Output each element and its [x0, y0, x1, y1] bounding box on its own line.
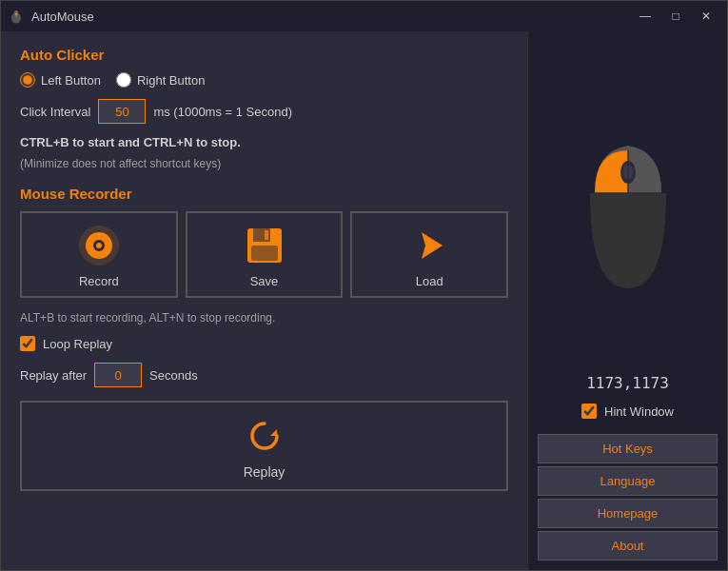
- right-button-label[interactable]: Right Button: [116, 72, 206, 88]
- auto-clicker-title: Auto Clicker: [20, 47, 508, 63]
- replay-seconds-label: Seconds: [149, 368, 198, 383]
- replay-after-label: Replay after: [20, 368, 87, 383]
- svg-point-3: [15, 13, 18, 15]
- about-btn[interactable]: About: [538, 531, 718, 561]
- svg-marker-12: [270, 429, 277, 436]
- title-bar-left: AutoMouse: [9, 9, 94, 24]
- app-icon: [9, 9, 24, 24]
- loop-label[interactable]: Loop Replay: [43, 337, 112, 351]
- content-area: Auto Clicker Left Button Right Button Cl…: [1, 31, 727, 570]
- right-button-radio[interactable]: [116, 72, 131, 88]
- shortcut-text: CTRL+B to start and CTRL+N to stop.: [20, 135, 508, 149]
- record-icon: [76, 223, 122, 268]
- loop-replay-checkbox[interactable]: [20, 336, 35, 351]
- sidebar-buttons: Hot Keys Language Homepage About: [538, 434, 718, 561]
- left-button-radio[interactable]: [20, 72, 35, 88]
- recorder-buttons-row: Record Save: [20, 211, 508, 298]
- window-title: AutoMouse: [31, 10, 94, 24]
- record-button[interactable]: Record: [20, 211, 178, 298]
- maximize-button[interactable]: □: [662, 6, 689, 27]
- hint-window-row: Hint Window: [538, 404, 718, 419]
- button-type-group: Left Button Right Button: [20, 72, 508, 88]
- mouse-svg: [566, 127, 690, 298]
- mouse-recorder-title: Mouse Recorder: [20, 186, 508, 202]
- svg-point-7: [96, 243, 102, 248]
- left-button-label[interactable]: Left Button: [20, 72, 101, 88]
- language-btn[interactable]: Language: [538, 466, 718, 496]
- recording-note: ALT+B to start recording, ALT+N to stop …: [20, 309, 508, 326]
- right-panel: 1173,1173 Hint Window Hot Keys Language …: [527, 31, 727, 570]
- replay-after-input[interactable]: [94, 363, 142, 387]
- minimize-hint: (Minimize does not affect shortcut keys): [20, 157, 508, 170]
- interval-row: Click Interval ms (1000ms = 1 Second): [20, 99, 508, 124]
- left-panel: Auto Clicker Left Button Right Button Cl…: [1, 31, 527, 570]
- hint-window-checkbox[interactable]: [581, 404, 597, 419]
- replay-icon: [246, 416, 284, 457]
- close-button[interactable]: ✕: [693, 6, 719, 27]
- hint-window-label: Hint Window: [604, 404, 674, 419]
- replay-button[interactable]: Replay: [20, 401, 508, 491]
- interval-unit: ms (1000ms = 1 Second): [153, 105, 292, 119]
- interval-input[interactable]: [98, 99, 146, 124]
- load-button[interactable]: Load: [350, 211, 508, 298]
- load-icon: [406, 223, 452, 268]
- mouse-illustration: [566, 50, 690, 374]
- hotkeys-btn[interactable]: Hot Keys: [538, 434, 718, 463]
- title-controls: — □ ✕: [632, 6, 719, 27]
- main-window: AutoMouse — □ ✕ Auto Clicker Left Button…: [0, 0, 728, 571]
- replay-after-row: Replay after Seconds: [20, 363, 508, 387]
- interval-label: Click Interval: [20, 105, 90, 119]
- title-bar: AutoMouse — □ ✕: [1, 1, 727, 31]
- svg-rect-11: [251, 246, 278, 261]
- minimize-button[interactable]: —: [632, 6, 659, 27]
- svg-rect-10: [265, 230, 268, 240]
- homepage-btn[interactable]: Homepage: [538, 499, 718, 528]
- save-button[interactable]: Save: [186, 211, 344, 298]
- loop-row: Loop Replay: [20, 336, 508, 351]
- mouse-coordinates: 1173,1173: [586, 374, 669, 392]
- save-icon: [242, 223, 287, 268]
